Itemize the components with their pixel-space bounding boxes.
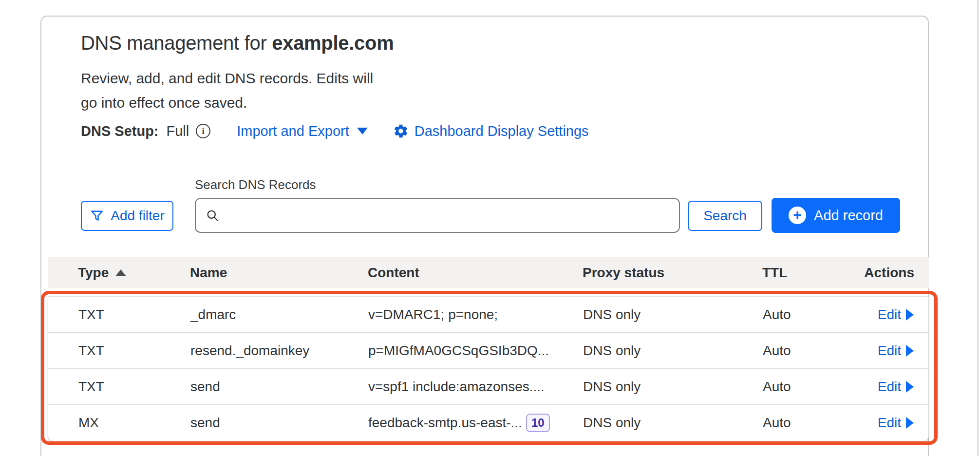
record-content: v=DMARC1; p=none; <box>368 307 583 323</box>
record-proxy-status: DNS only <box>583 343 763 359</box>
dashboard-display-settings-label: Dashboard Display Settings <box>415 123 589 139</box>
table-row: TXT send v=spf1 include:amazonses.... DN… <box>48 369 928 405</box>
search-button[interactable]: Search <box>688 201 762 231</box>
search-input[interactable] <box>226 208 669 223</box>
column-header-name[interactable]: Name <box>190 265 368 281</box>
dns-records-table: TXT _dmarc v=DMARC1; p=none; DNS only Au… <box>48 296 929 441</box>
column-header-actions: Actions <box>864 265 929 281</box>
edit-record-button[interactable]: Edit <box>878 307 928 323</box>
record-proxy-status: DNS only <box>583 415 763 431</box>
chevron-right-icon <box>906 381 914 393</box>
search-box <box>195 198 680 233</box>
filter-funnel-icon <box>90 209 104 223</box>
edit-record-button[interactable]: Edit <box>878 415 928 431</box>
search-icon <box>206 209 219 222</box>
record-content: p=MIGfMA0GCSqGSIb3DQ... <box>368 343 583 359</box>
record-type: MX <box>48 415 190 431</box>
edit-record-button[interactable]: Edit <box>878 379 928 395</box>
record-content: v=spf1 include:amazonses.... <box>368 379 583 395</box>
info-icon[interactable]: i <box>196 124 210 138</box>
record-ttl: Auto <box>763 343 850 359</box>
record-type: TXT <box>48 343 190 359</box>
import-export-label: Import and Export <box>237 123 349 139</box>
mx-priority-badge: 10 <box>526 414 550 433</box>
sort-ascending-icon <box>115 269 126 276</box>
record-proxy-status: DNS only <box>583 379 763 395</box>
table-row: TXT resend._domainkey p=MIGfMA0GCSqGSIb3… <box>48 333 928 369</box>
dns-setup-value: Full <box>167 123 189 139</box>
dashboard-display-settings-link[interactable]: Dashboard Display Settings <box>393 123 589 139</box>
dns-setup-row: DNS Setup: Full i Import and Export Dash… <box>81 121 589 141</box>
search-field-label: Search DNS Records <box>195 177 316 192</box>
edit-record-button[interactable]: Edit <box>878 343 928 359</box>
page-description-line1: Review, add, and edit DNS records. Edits… <box>81 66 373 91</box>
add-filter-label: Add filter <box>111 208 165 224</box>
record-type: TXT <box>48 379 190 395</box>
table-header-row: Type Name Content Proxy status TTL Actio… <box>48 257 929 288</box>
add-filter-button[interactable]: Add filter <box>81 201 173 231</box>
import-export-link[interactable]: Import and Export <box>237 123 368 139</box>
record-name: resend._domainkey <box>190 343 368 359</box>
page-title-prefix: DNS management for <box>81 32 272 54</box>
page-title-domain: example.com <box>272 32 394 54</box>
plus-circle-icon: + <box>789 207 806 224</box>
column-header-ttl[interactable]: TTL <box>762 265 851 281</box>
chevron-right-icon <box>906 345 914 357</box>
column-header-type[interactable]: Type <box>48 265 190 281</box>
record-content: feedback-smtp.us-east-... 10 <box>368 414 583 433</box>
column-header-content[interactable]: Content <box>368 265 583 281</box>
search-button-label: Search <box>703 208 747 224</box>
page-description: Review, add, and edit DNS records. Edits… <box>81 66 373 115</box>
window-edge-divider <box>977 0 979 456</box>
add-record-label: Add record <box>814 208 883 224</box>
record-name: send <box>190 379 368 395</box>
record-proxy-status: DNS only <box>583 307 763 323</box>
dns-setup-label: DNS Setup: <box>81 123 159 139</box>
record-name: _dmarc <box>190 307 368 323</box>
table-row: MX send feedback-smtp.us-east-... 10 DNS… <box>48 405 928 441</box>
add-record-button[interactable]: + Add record <box>772 198 900 233</box>
chevron-right-icon <box>906 417 914 429</box>
record-name: send <box>190 415 368 431</box>
record-ttl: Auto <box>763 415 850 431</box>
table-row: TXT _dmarc v=DMARC1; p=none; DNS only Au… <box>48 297 928 333</box>
chevron-down-icon <box>357 128 368 134</box>
page-description-line2: go into effect once saved. <box>81 91 373 115</box>
chevron-right-icon <box>906 309 914 321</box>
record-type: TXT <box>48 307 190 323</box>
page-title: DNS management for example.com <box>81 32 394 54</box>
gear-icon <box>393 123 409 139</box>
record-ttl: Auto <box>763 307 850 323</box>
column-header-proxy-status[interactable]: Proxy status <box>583 265 762 281</box>
record-ttl: Auto <box>763 379 850 395</box>
